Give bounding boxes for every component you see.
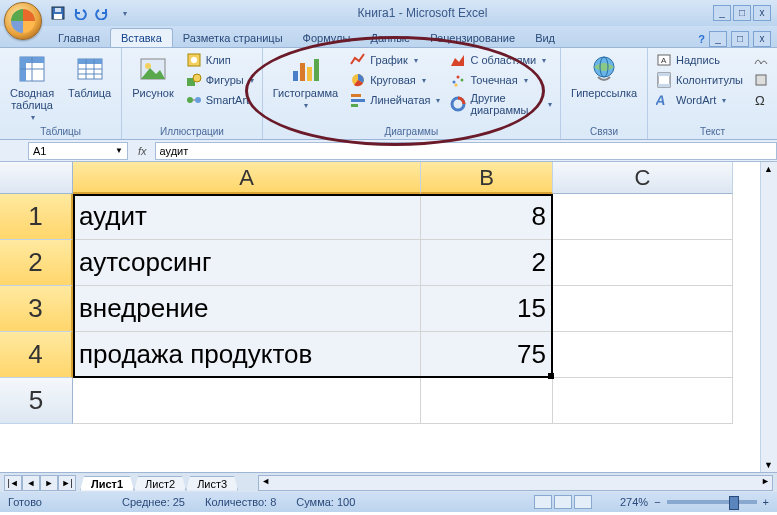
help-icon[interactable]: ? bbox=[698, 33, 705, 45]
save-icon[interactable] bbox=[50, 5, 66, 21]
object-icon bbox=[753, 72, 769, 88]
tab-data[interactable]: Данные bbox=[360, 29, 420, 47]
pie-chart-button[interactable]: Круговая bbox=[348, 71, 442, 89]
formula-bar: A1 ▼ fx аудит bbox=[0, 140, 777, 162]
group-illustrations: Рисунок Клип Фигуры SmartArt Иллюстрации bbox=[122, 48, 262, 139]
cell-C5[interactable] bbox=[553, 378, 733, 424]
group-links-label: Связи bbox=[567, 125, 641, 138]
close-button[interactable]: x bbox=[753, 5, 771, 21]
qat-dropdown[interactable] bbox=[116, 5, 132, 21]
signature-button[interactable] bbox=[751, 51, 771, 69]
row-header-2[interactable]: 2 bbox=[0, 240, 73, 286]
doc-minimize-button[interactable]: _ bbox=[709, 31, 727, 47]
row-headers: 12345 bbox=[0, 194, 73, 424]
tab-pagelayout[interactable]: Разметка страницы bbox=[173, 29, 293, 47]
sheet-tab-1[interactable]: Лист1 bbox=[80, 476, 134, 491]
svg-rect-1 bbox=[54, 14, 62, 19]
svg-point-33 bbox=[461, 79, 464, 82]
formula-input[interactable]: аудит bbox=[155, 142, 777, 160]
row-header-3[interactable]: 3 bbox=[0, 286, 73, 332]
sheet-tab-3[interactable]: Лист3 bbox=[186, 476, 238, 491]
sheet-tab-2[interactable]: Лист2 bbox=[134, 476, 186, 491]
cell-A4[interactable]: продажа продуктов bbox=[73, 332, 421, 378]
row-header-1[interactable]: 1 bbox=[0, 194, 73, 240]
cell-A1[interactable]: аудит bbox=[73, 194, 421, 240]
name-box[interactable]: A1 ▼ bbox=[28, 142, 128, 160]
object-button[interactable] bbox=[751, 71, 771, 89]
table-button[interactable]: Таблица bbox=[64, 51, 115, 101]
sheet-nav-next[interactable]: ► bbox=[40, 475, 58, 491]
zoom-slider[interactable] bbox=[667, 500, 757, 504]
bar-chart-icon bbox=[350, 92, 366, 108]
tab-review[interactable]: Рецензирование bbox=[420, 29, 525, 47]
undo-icon[interactable] bbox=[72, 5, 88, 21]
picture-button[interactable]: Рисунок bbox=[128, 51, 178, 101]
col-header-B[interactable]: B bbox=[421, 162, 553, 194]
doc-restore-button[interactable]: □ bbox=[731, 31, 749, 47]
tab-insert[interactable]: Вставка bbox=[110, 28, 173, 47]
area-chart-button[interactable]: С областями bbox=[448, 51, 553, 69]
horizontal-scrollbar[interactable] bbox=[258, 475, 773, 491]
hyperlink-button[interactable]: Гиперссылка bbox=[567, 51, 641, 101]
view-layout[interactable] bbox=[554, 495, 572, 509]
doc-close-button[interactable]: x bbox=[753, 31, 771, 47]
cell-A3[interactable]: внедрение bbox=[73, 286, 421, 332]
pivot-table-button[interactable]: Сводная таблица bbox=[6, 51, 58, 124]
tab-formulas[interactable]: Формулы bbox=[293, 29, 361, 47]
tab-home[interactable]: Главная bbox=[48, 29, 110, 47]
row-header-4[interactable]: 4 bbox=[0, 332, 73, 378]
symbol-button[interactable]: Ω bbox=[751, 91, 771, 109]
line-chart-button[interactable]: График bbox=[348, 51, 442, 69]
cell-B4[interactable]: 75 bbox=[421, 332, 553, 378]
picture-label: Рисунок bbox=[132, 87, 174, 99]
other-charts-button[interactable]: Другие диаграммы bbox=[448, 91, 553, 117]
redo-icon[interactable] bbox=[94, 5, 110, 21]
sheet-nav-last[interactable]: ►| bbox=[58, 475, 76, 491]
group-links: Гиперссылка Связи bbox=[561, 48, 648, 139]
restore-button[interactable]: □ bbox=[733, 5, 751, 21]
scatter-chart-icon bbox=[450, 72, 466, 88]
sheet-nav-first[interactable]: |◄ bbox=[4, 475, 22, 491]
cell-B1[interactable]: 8 bbox=[421, 194, 553, 240]
col-header-C[interactable]: C bbox=[553, 162, 733, 194]
column-chart-button[interactable]: Гистограмма bbox=[269, 51, 343, 112]
view-pagebreak[interactable] bbox=[574, 495, 592, 509]
other-charts-icon bbox=[450, 96, 466, 112]
cell-C2[interactable] bbox=[553, 240, 733, 286]
svg-point-20 bbox=[187, 97, 193, 103]
zoom-control[interactable]: 274% −+ bbox=[620, 496, 769, 508]
shapes-button[interactable]: Фигуры bbox=[184, 71, 256, 89]
headerfooter-button[interactable]: Колонтитулы bbox=[654, 71, 745, 89]
vertical-scrollbar[interactable] bbox=[760, 162, 777, 472]
scatter-chart-button[interactable]: Точечная bbox=[448, 71, 553, 89]
office-button[interactable] bbox=[4, 2, 42, 40]
clip-button[interactable]: Клип bbox=[184, 51, 256, 69]
wordart-button[interactable]: A WordArt bbox=[654, 91, 745, 109]
row-header-5[interactable]: 5 bbox=[0, 378, 73, 424]
cell-A5[interactable] bbox=[73, 378, 421, 424]
signature-icon bbox=[753, 52, 769, 68]
fx-icon[interactable]: fx bbox=[130, 145, 155, 157]
minimize-button[interactable]: _ bbox=[713, 5, 731, 21]
sheet-nav-prev[interactable]: ◄ bbox=[22, 475, 40, 491]
svg-rect-25 bbox=[307, 67, 312, 81]
cell-B2[interactable]: 2 bbox=[421, 240, 553, 286]
view-normal[interactable] bbox=[534, 495, 552, 509]
select-all-corner[interactable] bbox=[0, 162, 73, 194]
textbox-button[interactable]: A Надпись bbox=[654, 51, 745, 69]
cell-B5[interactable] bbox=[421, 378, 553, 424]
cell-A2[interactable]: аутсорсинг bbox=[73, 240, 421, 286]
svg-rect-9 bbox=[78, 59, 102, 64]
smartart-button[interactable]: SmartArt bbox=[184, 91, 256, 109]
tab-view[interactable]: Вид bbox=[525, 29, 565, 47]
group-text-label: Текст bbox=[654, 125, 771, 138]
cell-C1[interactable] bbox=[553, 194, 733, 240]
svg-point-21 bbox=[195, 97, 201, 103]
cell-B3[interactable]: 15 bbox=[421, 286, 553, 332]
headerfooter-icon bbox=[656, 72, 672, 88]
svg-text:A: A bbox=[656, 92, 667, 108]
bar-chart-button[interactable]: Линейчатая bbox=[348, 91, 442, 109]
cell-C4[interactable] bbox=[553, 332, 733, 378]
cell-C3[interactable] bbox=[553, 286, 733, 332]
col-header-A[interactable]: A bbox=[73, 162, 421, 194]
